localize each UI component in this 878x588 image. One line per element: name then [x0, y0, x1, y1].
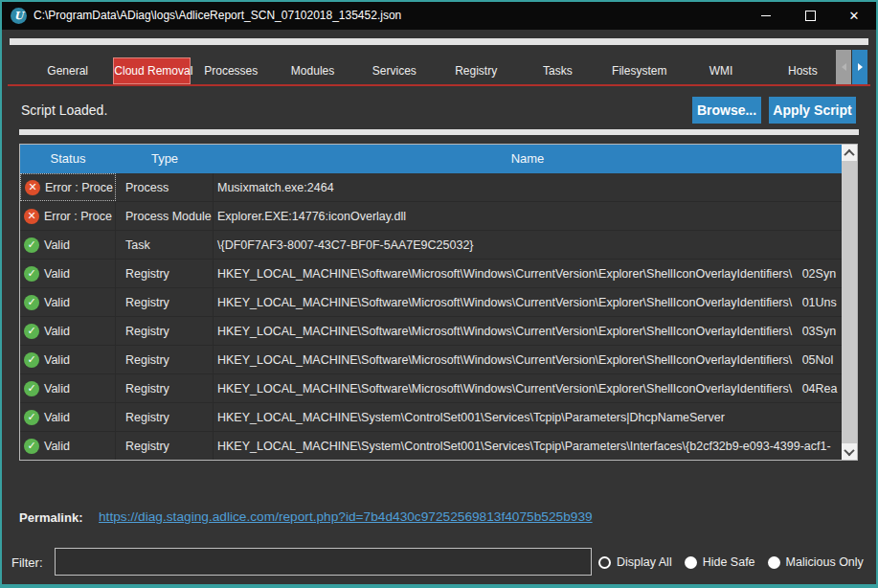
table-top-bar [19, 129, 859, 135]
tab-cloud-removal[interactable]: Cloud Removal [113, 57, 190, 84]
tab-underline [8, 84, 870, 86]
error-icon: ✕ [25, 180, 40, 195]
type-cell[interactable]: Registry [116, 317, 214, 345]
radio-circle-icon [768, 556, 780, 569]
status-cell[interactable]: ✓Valid [20, 231, 116, 259]
valid-icon: ✓ [24, 439, 39, 454]
valid-icon: ✓ [24, 237, 39, 253]
table-row[interactable]: ✓ValidTask\{DF0F7AF3-8007-43C7-BF0F-5AA7… [20, 231, 842, 260]
status-cell[interactable]: ✓Valid [20, 260, 116, 287]
radio-display-all[interactable]: Display All [598, 555, 672, 569]
status-cell[interactable]: ✓Valid [20, 288, 116, 316]
close-button[interactable]: ✕ [832, 2, 876, 30]
table-row[interactable]: ✕Error : ProceProcess ModuleExplorer.EXE… [20, 202, 842, 231]
tab-hosts[interactable]: Hosts [762, 57, 844, 84]
status-cell[interactable]: ✓Valid [20, 403, 116, 431]
name-cell[interactable]: Explorer.EXE:14776:iconOverlay.dll [214, 202, 842, 230]
status-cell[interactable]: ✓Valid [20, 317, 116, 345]
name-cell[interactable]: \{DF0F7AF3-8007-43C7-BF0F-5AA7E9C25032} [214, 231, 842, 259]
status-cell[interactable]: ✓Valid [20, 374, 116, 402]
chevron-up-icon [844, 148, 854, 159]
type-cell[interactable]: Process [116, 173, 214, 201]
name-cell[interactable]: Musixmatch.exe:2464 [214, 173, 842, 201]
status-text: Error : Proce [44, 210, 112, 223]
type-cell[interactable]: Task [116, 231, 214, 259]
valid-icon: ✓ [24, 410, 39, 425]
table-row[interactable]: ✓ValidRegistryHKEY_LOCAL_MACHINE\Softwar… [20, 346, 842, 374]
title-bar: U C:\ProgramData\ADiag\logs\AdliceReport… [2, 2, 876, 30]
column-header-type[interactable]: Type [116, 145, 214, 173]
window-title: C:\ProgramData\ADiag\logs\AdliceReport_S… [34, 2, 401, 30]
status-text: Valid [44, 325, 70, 338]
valid-icon: ✓ [24, 381, 39, 396]
name-cell[interactable]: HKEY_LOCAL_MACHINE\Software\Microsoft\Wi… [214, 346, 842, 373]
status-text: Valid [44, 353, 70, 367]
name-cell[interactable]: HKEY_LOCAL_MACHINE\Software\Microsoft\Wi… [214, 260, 842, 287]
minimize-button[interactable] [744, 2, 788, 30]
column-header-name[interactable]: Name [214, 145, 842, 173]
status-text: Script Loaded. [21, 102, 107, 118]
name-cell[interactable]: HKEY_LOCAL_MACHINE\System\ControlSet001\… [214, 432, 842, 460]
type-cell[interactable]: Process Module [116, 202, 214, 230]
valid-icon: ✓ [24, 295, 39, 310]
type-cell[interactable]: Registry [116, 374, 214, 402]
maximize-icon [805, 11, 816, 21]
name-cell[interactable]: HKEY_LOCAL_MACHINE\System\ControlSet001\… [214, 403, 842, 431]
table-row[interactable]: ✓ValidRegistryHKEY_LOCAL_MACHINE\Softwar… [20, 288, 842, 317]
filter-label: Filter: [11, 555, 43, 570]
browse-button[interactable]: Browse... [692, 97, 761, 124]
tab-registry[interactable]: Registry [435, 57, 516, 84]
type-cell[interactable]: Registry [116, 346, 214, 373]
status-text: Valid [44, 296, 70, 309]
radio-malicious-only[interactable]: Malicious Only [768, 555, 864, 569]
valid-icon: ✓ [24, 266, 39, 282]
name-cell[interactable]: HKEY_LOCAL_MACHINE\Software\Microsoft\Wi… [214, 288, 842, 316]
type-cell[interactable]: Registry [116, 432, 214, 460]
status-cell[interactable]: ✕Error : Proce [20, 202, 116, 230]
radio-circle-icon [685, 556, 697, 569]
table-row[interactable]: ✓ValidRegistryHKEY_LOCAL_MACHINE\System\… [20, 432, 842, 460]
tab-general[interactable]: General [27, 57, 108, 84]
radio-circle-icon [598, 556, 611, 569]
tab-modules[interactable]: Modules [272, 57, 353, 84]
scroll-down-button[interactable] [842, 443, 857, 460]
filter-input[interactable] [55, 548, 592, 576]
table-scrollbar[interactable] [842, 145, 857, 460]
filter-radio-group: Display AllHide SafeMalicious Only [598, 549, 864, 576]
type-cell[interactable]: Registry [116, 288, 214, 316]
type-cell[interactable]: Registry [116, 403, 214, 431]
status-cell[interactable]: ✓Valid [20, 432, 116, 460]
valid-icon: ✓ [24, 352, 39, 368]
valid-icon: ✓ [24, 324, 39, 339]
table-row[interactable]: ✓ValidRegistryHKEY_LOCAL_MACHINE\Softwar… [20, 260, 842, 288]
table-row[interactable]: ✓ValidRegistryHKEY_LOCAL_MACHINE\Softwar… [20, 374, 842, 403]
apply-script-button[interactable]: Apply Script [769, 97, 856, 124]
radio-label: Hide Safe [703, 555, 755, 569]
type-cell[interactable]: Registry [116, 260, 214, 287]
status-text: Valid [44, 267, 70, 281]
scroll-up-button[interactable] [842, 145, 857, 161]
maximize-button[interactable] [788, 2, 832, 30]
name-cell[interactable]: HKEY_LOCAL_MACHINE\Software\Microsoft\Wi… [214, 317, 842, 345]
name-cell[interactable]: HKEY_LOCAL_MACHINE\Software\Microsoft\Wi… [214, 374, 842, 402]
tab-processes[interactable]: Processes [191, 57, 272, 84]
table-row[interactable]: ✓ValidRegistryHKEY_LOCAL_MACHINE\System\… [20, 403, 842, 432]
tab-wmi[interactable]: WMI [680, 57, 761, 84]
tab-services[interactable]: Services [353, 57, 435, 84]
arrow-right-icon [858, 63, 863, 71]
table-row[interactable]: ✓ValidRegistryHKEY_LOCAL_MACHINE\Softwar… [20, 317, 842, 346]
results-table: Status Type Name ✕Error : ProceProcessMu… [19, 144, 858, 461]
tab-scroll-right-button[interactable] [852, 50, 867, 84]
tab-tasks[interactable]: Tasks [517, 57, 598, 84]
status-text: Error : Proce [45, 181, 113, 194]
table-row[interactable]: ✕Error : ProceProcessMusixmatch.exe:2464 [20, 173, 842, 202]
tab-bar: GeneralCloud RemovalProcessesModulesServ… [27, 57, 844, 84]
progress-bar [10, 38, 868, 45]
column-header-status[interactable]: Status [20, 145, 116, 173]
status-text: Valid [44, 440, 70, 453]
permalink-link[interactable]: https://diag.staging.adlice.com/report.p… [99, 509, 593, 524]
radio-hide-safe[interactable]: Hide Safe [685, 555, 755, 569]
status-cell[interactable]: ✕Error : Proce [20, 173, 116, 201]
tab-filesystem[interactable]: Filesystem [598, 57, 680, 84]
status-cell[interactable]: ✓Valid [20, 346, 116, 373]
